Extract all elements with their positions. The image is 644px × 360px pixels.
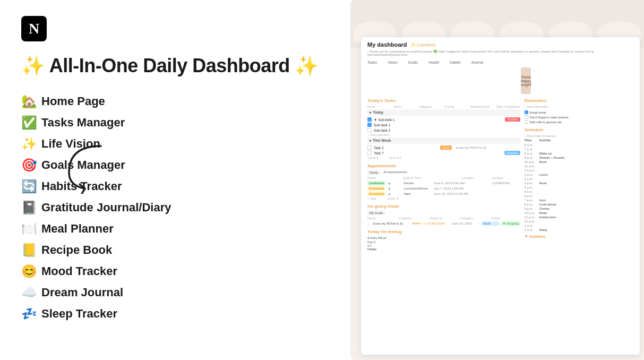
menu-emoji-5: 📓 bbox=[21, 200, 37, 215]
tasks-section: Today's Tasks Done Tasks Category Priori… bbox=[367, 98, 520, 160]
task-name-5: Task 7 bbox=[374, 151, 502, 155]
sched-time-8: 2 p.m. bbox=[525, 177, 537, 181]
task-row-5: Task 7 Finance bbox=[367, 150, 520, 156]
sched-activity-20: Sleep bbox=[539, 228, 547, 232]
col-category: Category bbox=[419, 105, 443, 108]
menu-item-6[interactable]: 🍽️Meal Planner bbox=[21, 219, 329, 238]
goals-header: Name Progress Check-in Category Status bbox=[367, 217, 520, 220]
menu-item-1[interactable]: ✅Tasks Manager bbox=[21, 113, 329, 132]
menu-label-9: Dream Journal bbox=[41, 286, 123, 299]
dash-title-row: My dashboard ✨ (Updated) bbox=[367, 41, 633, 48]
reminder-1: Email email bbox=[525, 110, 633, 115]
task-badge-4: Work bbox=[440, 145, 452, 150]
menu-item-5[interactable]: 📓Gratitude Journal/Diary bbox=[21, 198, 329, 217]
sched-time-20: 2 a.m. bbox=[525, 228, 537, 232]
task-checkbox-5[interactable] bbox=[367, 151, 372, 155]
menu-item-9[interactable]: ☁️Dream Journal bbox=[21, 283, 329, 302]
menu-emoji-1: ✅ bbox=[21, 115, 37, 130]
tab-vision[interactable]: Vision bbox=[388, 61, 398, 64]
schedule-row-5: 11 a.m. bbox=[525, 164, 633, 168]
schedule-row-15: 9 p.m.Chores bbox=[525, 207, 633, 211]
menu-item-0[interactable]: 🏡Home Page bbox=[21, 92, 329, 111]
tab-journal[interactable]: Journal bbox=[471, 61, 483, 64]
right-panel: ♥ My dashboard ✨ (Updated) • Thank you f… bbox=[350, 0, 644, 360]
reminders-section: Reminders New Reminder Email email Don't… bbox=[525, 98, 633, 124]
appt-date-1: June 4, 2023 9:00 AM bbox=[434, 182, 491, 185]
reminder-checkbox-3[interactable] bbox=[525, 120, 528, 124]
menu-item-8[interactable]: 😊Mood Tracker bbox=[21, 262, 329, 281]
menu-label-1: Tasks Manager bbox=[41, 116, 125, 130]
menu-label-5: Gratitude Journal/Diary bbox=[41, 201, 171, 215]
schedule-row-14: 8 p.m.Cook dinner bbox=[525, 202, 633, 207]
menu-list: 🏡Home Page✅Tasks Manager✨Life Vision🎯Goa… bbox=[21, 92, 329, 323]
menu-emoji-3: 🎯 bbox=[21, 158, 37, 173]
schedule-row-19: 1 a.m. bbox=[525, 224, 633, 228]
sched-time-19: 1 a.m. bbox=[525, 224, 537, 227]
col-appt-date: Date & Time bbox=[403, 176, 460, 179]
dashboard-inner: My dashboard ✨ (Updated) • Thank you for… bbox=[361, 37, 640, 355]
add-reminder-btn[interactable]: New Reminder bbox=[525, 105, 633, 108]
menu-emoji-6: 🍽️ bbox=[21, 221, 37, 236]
dashboard-subtitle: • Thank you for supporting my small busi… bbox=[367, 49, 633, 56]
filter-today[interactable]: Today bbox=[367, 170, 380, 175]
appt-footer: + New count: 3 bbox=[367, 196, 520, 201]
schedule-row-8: 2 p.m. bbox=[525, 177, 633, 181]
goal-star: ☆ bbox=[367, 222, 370, 226]
reminder-3: Add milk to grocery list bbox=[525, 119, 633, 124]
count-label: count: 5 bbox=[367, 156, 379, 159]
tab-habits[interactable]: Habits bbox=[450, 61, 460, 64]
task-row: ▼ Sub-task 1 TODAY bbox=[367, 117, 520, 122]
sum-label: sum: 0.0 bbox=[389, 156, 401, 159]
appt-contact-1: +123456789 bbox=[492, 182, 520, 185]
reminder-text-2: Don't forget to read reviews bbox=[530, 116, 569, 119]
sched-time-1: 7 a.m. bbox=[525, 148, 537, 151]
col-right: Reminders New Reminder Email email Don't… bbox=[525, 98, 633, 253]
appt-status-2: Scheduled bbox=[367, 186, 385, 191]
task-checkbox-4[interactable] bbox=[367, 145, 372, 150]
hobbies-section: ✦ hobbies bbox=[525, 234, 633, 239]
col-appt-name: Name bbox=[367, 176, 401, 179]
appt-icon-3: ✈ bbox=[388, 192, 402, 196]
task-name-2: Sub-task 1 bbox=[374, 123, 520, 127]
reminder-checkbox-2[interactable] bbox=[525, 115, 528, 119]
new-schedule-btn[interactable]: + New Daily Schedule bbox=[525, 134, 633, 138]
goals-section: On-going Goals My Goals Name Progress Ch… bbox=[367, 204, 520, 226]
tab-goals[interactable]: Goals bbox=[408, 61, 418, 64]
task-checkbox-3[interactable] bbox=[367, 128, 372, 132]
task-footer: count: 5 sum: 0.0 bbox=[367, 156, 520, 160]
menu-emoji-4: 🔄 bbox=[21, 179, 37, 194]
sched-activity-14: Cook dinner bbox=[539, 203, 556, 206]
dashboard-image-4: Think Happythoughts! bbox=[521, 67, 531, 94]
col-left: Today's Tasks Done Tasks Category Priori… bbox=[367, 98, 520, 253]
filter-all[interactable]: All Appointments bbox=[383, 170, 407, 175]
menu-emoji-9: ☁️ bbox=[21, 285, 37, 300]
task-checkbox-1[interactable] bbox=[367, 117, 372, 122]
goals-filter-mine[interactable]: My Goals bbox=[367, 211, 385, 215]
appt-icon-1: ✈ bbox=[388, 182, 402, 185]
menu-item-10[interactable]: 💤Sleep Tracker bbox=[21, 304, 329, 323]
sched-time-14: 8 p.m. bbox=[525, 203, 537, 206]
appt-date-3: June 25, 2023 11:00 AM bbox=[434, 192, 491, 195]
task-checkbox-2[interactable] bbox=[367, 123, 372, 127]
sched-time-2: 8 a.m. bbox=[525, 152, 537, 155]
sched-time-16: 10 p.m. bbox=[525, 211, 537, 215]
notion-logo-letter: N bbox=[29, 20, 39, 37]
menu-item-7[interactable]: 📒Recipe Book bbox=[21, 241, 329, 260]
tasks-section-title: Today's Tasks bbox=[367, 98, 520, 103]
tab-tasks[interactable]: Tasks bbox=[367, 61, 377, 64]
new-subtask[interactable]: + New sub-task bbox=[367, 133, 520, 138]
appointments-title: Appointments bbox=[367, 164, 520, 168]
mood-value: Happy bbox=[367, 247, 520, 251]
sched-time-5: 11 a.m. bbox=[525, 165, 537, 168]
col-goal-cat: Category bbox=[460, 217, 489, 220]
reminder-checkbox-1[interactable] bbox=[525, 110, 528, 114]
reminder-2: Don't forget to read reviews bbox=[525, 115, 633, 119]
schedule-title: Schedule bbox=[525, 127, 633, 132]
tab-health[interactable]: Health bbox=[428, 61, 439, 64]
menu-emoji-2: ✨ bbox=[21, 136, 37, 151]
menu-label-10: Sleep Tracker bbox=[41, 307, 117, 321]
sched-time-10: 4 p.m. bbox=[525, 186, 537, 189]
appt-row-1: Confirmed ✈ Dentist June 4, 2023 9:00 AM… bbox=[367, 181, 520, 186]
sched-time-11: 5 p.m. bbox=[525, 190, 537, 193]
col-goal-checkin: Check-in bbox=[430, 217, 458, 220]
